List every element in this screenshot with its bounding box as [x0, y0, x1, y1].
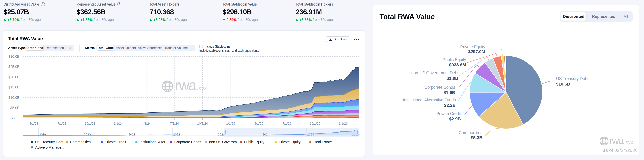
svg-text:$2.9B: $2.9B: [449, 116, 461, 121]
svg-text:$2.2B: $2.2B: [444, 103, 456, 108]
svg-text:$15.0B: $15.0B: [8, 85, 20, 89]
svg-text:$30.0B: $30.0B: [8, 54, 20, 58]
svg-text:Corporate Bonds: Corporate Bonds: [424, 85, 455, 90]
svg-text:4/1/23: 4/1/23: [29, 122, 38, 125]
svg-text:$938.6M: $938.6M: [449, 62, 466, 67]
svg-text:$10.0B: $10.0B: [8, 96, 20, 100]
svg-text:7/1/23: 7/1/23: [58, 122, 66, 125]
svg-text:10/1/25: 10/1/25: [310, 122, 320, 125]
svg-text:2021: 2021: [128, 133, 135, 136]
svg-text:Commodities: Commodities: [70, 140, 91, 144]
svg-text:Private Credit: Private Credit: [105, 140, 126, 144]
svg-text:10/1/24: 10/1/24: [197, 122, 208, 125]
svg-text:Actively-Manage...: Actively-Manage...: [35, 145, 64, 149]
svg-text:7/1/24: 7/1/24: [170, 122, 179, 125]
svg-text:1/1/26: 1/1/26: [339, 122, 348, 125]
svg-text:10/1/23: 10/1/23: [85, 122, 95, 125]
svg-text:US Treasury Debt: US Treasury Debt: [35, 140, 63, 144]
svg-text:rwa: rwa: [175, 77, 196, 93]
svg-text:Real Estate: Real Estate: [314, 140, 332, 144]
svg-text:rwa: rwa: [609, 135, 624, 146]
svg-text:Public Equity: Public Equity: [244, 140, 264, 144]
svg-text:2022: 2022: [173, 133, 180, 136]
svg-text:2020: 2020: [84, 133, 91, 136]
svg-text:Private Equity: Private Equity: [460, 45, 485, 49]
svg-text:$10.6B: $10.6B: [556, 82, 570, 87]
svg-text:as of 02/24/2026: as of 02/24/2026: [603, 148, 638, 153]
svg-text:4/1/24: 4/1/24: [142, 122, 151, 125]
svg-text:.xyz: .xyz: [624, 139, 633, 145]
svg-text:$0.00: $0.00: [11, 116, 20, 120]
svg-text:$5.0B: $5.0B: [10, 106, 20, 110]
svg-text:Institutional Alter...: Institutional Alter...: [140, 140, 168, 144]
svg-text:$20.0B: $20.0B: [8, 75, 20, 79]
svg-text:1/1/25: 1/1/25: [226, 122, 235, 125]
svg-text:Corporate Bonds: Corporate Bonds: [174, 140, 201, 144]
svg-text:1/1/24: 1/1/24: [114, 122, 122, 125]
svg-text:Institutional Alternative Fund: Institutional Alternative Funds: [403, 98, 456, 102]
svg-text:$297.0M: $297.0M: [468, 49, 485, 54]
svg-text:Private Equity: Private Equity: [279, 140, 301, 144]
svg-text:Public Equity: Public Equity: [443, 57, 466, 62]
svg-text:$5.3B: $5.3B: [471, 135, 482, 140]
svg-text:4/1/25: 4/1/25: [254, 122, 263, 125]
svg-text:US Treasury Debt: US Treasury Debt: [556, 76, 588, 81]
svg-text:non-US Government Debt: non-US Government Debt: [411, 70, 458, 75]
svg-text:2019: 2019: [39, 133, 46, 136]
svg-text:Commodities: Commodities: [458, 130, 482, 135]
svg-text:$1.6B: $1.6B: [444, 90, 455, 95]
svg-text:non-US Governm...: non-US Governm...: [209, 140, 240, 144]
svg-text:.xyz: .xyz: [197, 84, 207, 91]
svg-text:7/1/25: 7/1/25: [282, 122, 291, 125]
svg-text:$25.0B: $25.0B: [8, 65, 20, 69]
svg-text:2024: 2024: [262, 133, 270, 136]
svg-text:Private Credit: Private Credit: [436, 111, 461, 116]
svg-text:$1.0B: $1.0B: [447, 76, 458, 81]
